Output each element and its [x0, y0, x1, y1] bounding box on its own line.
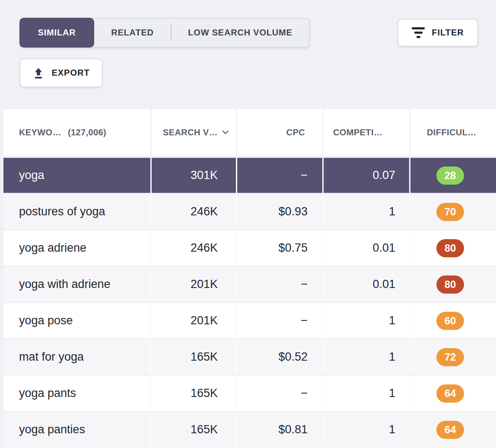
difficulty-cell: 72 [410, 339, 496, 374]
header-keyword-count: (127,006) [68, 128, 106, 138]
competition-cell: 0.01 [324, 267, 409, 302]
cpc-cell: − [237, 267, 322, 302]
table-row[interactable]: yoga adriene 246K $0.75 0.01 80 [3, 230, 496, 266]
toolbar: SIMILAR RELATED LOW SEARCH VOLUME FILTER… [0, 0, 496, 109]
difficulty-badge: 60 [436, 312, 464, 330]
keyword-cell: yoga with adriene [3, 267, 150, 302]
cpc-cell: $0.81 [237, 412, 322, 447]
keyword-cell: yoga pose [3, 303, 150, 338]
search-volume-cell: 246K [152, 194, 236, 229]
difficulty-badge: 64 [436, 421, 464, 439]
table-row[interactable]: yoga pose 201K − 1 60 [3, 303, 496, 338]
difficulty-cell: 64 [410, 412, 496, 447]
filter-button[interactable]: FILTER [397, 19, 478, 47]
keyword-cell: yoga [3, 158, 150, 193]
cpc-cell: − [237, 376, 322, 411]
keyword-cell: mat for yoga [3, 339, 150, 374]
competition-cell: 1 [324, 412, 409, 447]
filter-funnel-icon [412, 27, 425, 38]
search-volume-cell: 201K [152, 303, 236, 338]
search-volume-cell: 301K [152, 158, 236, 193]
competition-cell: 0.07 [324, 158, 409, 193]
competition-cell: 1 [324, 194, 409, 229]
table-row[interactable]: yoga with adriene 201K − 0.01 80 [3, 267, 496, 302]
competition-cell: 1 [324, 303, 409, 338]
difficulty-cell: 80 [410, 230, 496, 266]
competition-cell: 1 [324, 376, 409, 411]
cpc-cell: $0.93 [237, 194, 322, 229]
table-header-row: KEYWO… (127,006) SEARCH V… CPC COMPETI… … [3, 109, 496, 156]
upload-icon [32, 67, 45, 79]
header-search-volume-label: SEARCH V… [163, 128, 218, 138]
filter-button-label: FILTER [432, 28, 464, 38]
difficulty-badge: 72 [436, 348, 464, 366]
tab-related[interactable]: RELATED [94, 19, 171, 47]
search-volume-cell: 165K [152, 339, 236, 374]
tab-group: SIMILAR RELATED LOW SEARCH VOLUME [19, 18, 310, 48]
header-difficulty[interactable]: DIFFICUL… [410, 109, 496, 156]
tab-low-search-volume[interactable]: LOW SEARCH VOLUME [172, 19, 309, 47]
table-row[interactable]: yoga 301K − 0.07 28 [3, 158, 496, 193]
header-competition[interactable]: COMPETI… [324, 109, 409, 156]
search-volume-cell: 165K [152, 376, 236, 411]
cpc-cell: − [237, 158, 322, 193]
header-cpc[interactable]: CPC [237, 109, 322, 156]
difficulty-cell: 28 [410, 158, 496, 193]
difficulty-badge: 80 [436, 239, 464, 257]
competition-cell: 0.01 [324, 230, 409, 266]
difficulty-badge: 28 [436, 166, 464, 185]
chevron-down-icon [222, 130, 229, 134]
cpc-cell: $0.75 [237, 230, 322, 266]
header-keyword-label: KEYWO… [19, 128, 61, 138]
difficulty-cell: 64 [410, 376, 496, 411]
difficulty-badge: 80 [436, 275, 464, 294]
table-row[interactable]: yoga pants 165K − 1 64 [3, 376, 496, 411]
header-search-volume[interactable]: SEARCH V… [152, 109, 236, 156]
table-row[interactable]: postures of yoga 246K $0.93 1 70 [3, 194, 496, 229]
keyword-cell: postures of yoga [3, 194, 150, 229]
search-volume-cell: 246K [152, 230, 236, 266]
difficulty-badge: 70 [436, 203, 464, 221]
cpc-cell: $0.52 [237, 339, 322, 374]
difficulty-cell: 80 [410, 267, 496, 302]
keyword-cell: yoga panties [3, 412, 150, 447]
table-body: yoga 301K − 0.07 28 postures of yoga 246… [3, 158, 496, 447]
difficulty-cell: 60 [410, 303, 496, 338]
header-keyword[interactable]: KEYWO… (127,006) [3, 109, 150, 156]
search-volume-cell: 201K [152, 267, 236, 302]
table-row[interactable]: mat for yoga 165K $0.52 1 72 [3, 339, 496, 374]
table-row[interactable]: yoga panties 165K $0.81 1 64 [3, 412, 496, 447]
difficulty-badge: 64 [436, 384, 464, 403]
keyword-table: KEYWO… (127,006) SEARCH V… CPC COMPETI… … [0, 109, 496, 447]
export-button[interactable]: EXPORT [19, 58, 103, 87]
cpc-cell: − [237, 303, 322, 338]
keyword-cell: yoga adriene [3, 230, 150, 266]
difficulty-cell: 70 [410, 194, 496, 229]
competition-cell: 1 [324, 339, 409, 374]
export-button-label: EXPORT [51, 68, 89, 78]
keyword-cell: yoga pants [3, 376, 150, 411]
tab-similar[interactable]: SIMILAR [19, 18, 94, 48]
search-volume-cell: 165K [152, 412, 236, 447]
